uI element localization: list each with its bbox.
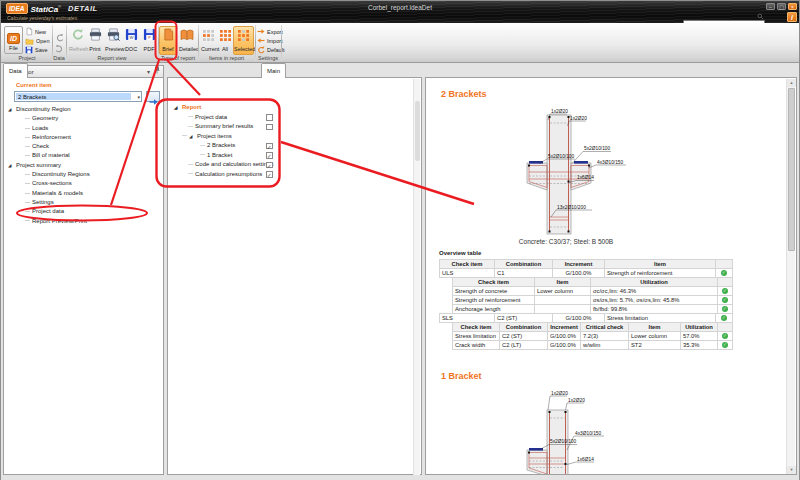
main-panel: 2 Brackets (425, 77, 797, 475)
scrollbar-thumb[interactable] (415, 101, 420, 161)
items-all-icon (220, 30, 231, 41)
save-label: Save (35, 47, 48, 53)
detailed-button[interactable]: Detailed (178, 26, 196, 55)
report-item-code-settings[interactable]: Code and calculation settings✓ (174, 160, 286, 170)
nav-item-project-summary[interactable]: ◢Project summary (8, 161, 161, 170)
brand-statica: StatiCa® (31, 4, 62, 14)
rebar-label: 4x3Ø10/150 (597, 160, 623, 165)
col-increment: Increment (553, 260, 605, 269)
check-ok-icon: ✓ (722, 333, 729, 340)
nav-item-label: Settings (32, 199, 54, 205)
open-button[interactable]: Open (25, 36, 50, 45)
group-data-label: Data (52, 55, 66, 62)
expanded-node-icon[interactable]: ◢ (8, 105, 16, 114)
nav-item-materials-models[interactable]: Materials & models (8, 189, 161, 198)
items-current-button[interactable]: Current (200, 26, 217, 55)
refresh-label: Refresh (69, 46, 85, 52)
expanded-node-icon[interactable]: ◢ (189, 132, 197, 142)
info-button[interactable]: i (787, 12, 797, 22)
checkbox-summary-brief-results[interactable] (266, 124, 273, 131)
save-button[interactable]: Save (25, 45, 50, 54)
group-type-of-report-label: Type of report (158, 55, 198, 62)
report-item-calculation-presumptions[interactable]: Calculation presumptions✓ (174, 170, 286, 180)
report-item-summary-brief-results[interactable]: Summary brief results (174, 122, 286, 132)
file-button[interactable]: ID File (4, 26, 23, 54)
preview-button[interactable]: Preview (104, 26, 122, 55)
nav-item-check[interactable]: Check (8, 142, 161, 151)
nav-item-label: Reinforcement (32, 134, 71, 140)
main-panel-scrollbar[interactable]: ▲ ▼ (786, 79, 795, 474)
nav-item-label: Materials & models (32, 190, 83, 196)
nav-item-cross-sections[interactable]: Cross-sections (8, 179, 161, 188)
checkbox-calculation-presumptions[interactable]: ✓ (266, 171, 273, 178)
scroll-down-icon[interactable]: ▼ (787, 466, 796, 474)
nav-item-reinforcement[interactable]: Reinforcement (8, 133, 161, 142)
nav-item-label: Geometry (32, 115, 58, 121)
tab-main[interactable]: Main (261, 63, 286, 78)
new-button[interactable]: New (25, 27, 50, 36)
nav-item-loads[interactable]: Loads (8, 124, 161, 133)
rebar-label: 13x2Ø10/200 (557, 205, 586, 210)
col-combination: Combination (495, 260, 553, 269)
open-folder-icon (25, 37, 34, 45)
printer-icon (89, 28, 102, 41)
nav-item-label: Cross-sections (32, 180, 72, 186)
rebar-label: 5x2Ø10/100 (584, 146, 610, 151)
app-brand: IDEA StatiCa® DETAIL (6, 3, 98, 14)
navigator-tree: ◢Discontinuity Region Geometry Loads Rei… (8, 105, 161, 226)
refresh-button[interactable]: Refresh (68, 26, 86, 55)
expanded-node-icon[interactable]: ◢ (174, 103, 182, 113)
nav-item-discontinuity-region[interactable]: ◢Discontinuity Region (8, 105, 161, 114)
report-item-label: Summary brief results (195, 123, 253, 129)
idea-file-icon: ID (7, 33, 20, 44)
items-selected-button[interactable]: Selected (233, 26, 254, 55)
brief-button[interactable]: Brief (159, 26, 177, 55)
import-button[interactable]: Import (257, 36, 283, 45)
report-item-project-data[interactable]: Project data (174, 113, 286, 123)
search-input[interactable] (683, 20, 765, 24)
nav-item-project-data[interactable]: Project data (8, 207, 161, 216)
expanded-node-icon[interactable]: ◢ (8, 161, 16, 170)
data-panel-scrollbar[interactable] (413, 79, 420, 475)
group-settings-label: Settings (255, 55, 281, 62)
rebar-label: 1x2Ø20 (568, 398, 585, 403)
nav-item-report-preview-print[interactable]: Report Preview/Print (8, 217, 161, 226)
materials-caption: Concrete: C30/37; Steel: B 500B (446, 238, 686, 245)
print-button[interactable]: Print (86, 26, 104, 55)
overview-sls-subtable: Check item Combination Increment Critica… (452, 322, 733, 350)
refresh-icon (71, 28, 84, 41)
overview-table-title: Overview table (439, 250, 481, 256)
check-ok-icon: ✓ (722, 297, 729, 304)
checkbox-2-brackets[interactable]: ✓ (266, 143, 273, 150)
report-item-project-items[interactable]: ◢Project items (174, 132, 286, 142)
scroll-up-icon[interactable]: ▲ (787, 79, 796, 87)
pdf-export-button[interactable]: P PDF (140, 26, 158, 55)
checkbox-project-data[interactable] (266, 114, 273, 121)
doc-export-button[interactable]: W DOC (122, 26, 140, 55)
minimize-button[interactable]: – (766, 3, 775, 10)
redo-icon (55, 44, 64, 53)
items-selected-label: Selected (234, 46, 253, 52)
nav-item-label: Loads (32, 125, 48, 131)
close-button[interactable]: × (788, 3, 797, 10)
report-item-1-bracket[interactable]: 1 Bracket✓ (174, 151, 286, 161)
detailed-report-icon (180, 28, 194, 41)
items-all-button[interactable]: All (218, 26, 232, 55)
pin-icon[interactable] (154, 66, 160, 74)
export-button[interactable]: Export (257, 27, 283, 36)
nav-item-geometry[interactable]: Geometry (8, 114, 161, 123)
nav-item-settings[interactable]: Settings (8, 198, 161, 207)
report-item-label: Project items (197, 133, 232, 139)
report-root-node[interactable]: ◢Report (174, 103, 286, 113)
new-file-icon (25, 27, 33, 36)
report-item-2-brackets[interactable]: 2 Brackets✓ (174, 141, 286, 151)
checkbox-code-settings[interactable]: ✓ (266, 162, 273, 169)
nav-item-bill-of-material[interactable]: Bill of material (8, 151, 161, 160)
checkbox-1-bracket[interactable]: ✓ (266, 152, 273, 159)
go-to-current-item-button[interactable] (146, 91, 160, 102)
current-item-select[interactable]: 2 Brackets ▾ (14, 91, 142, 102)
maximize-button[interactable]: ▢ (777, 3, 786, 10)
tab-data[interactable]: Data (3, 63, 28, 78)
nav-item-discontinuity-regions[interactable]: Discontinuity Regions (8, 170, 161, 179)
scrollbar-thumb[interactable] (788, 88, 795, 251)
